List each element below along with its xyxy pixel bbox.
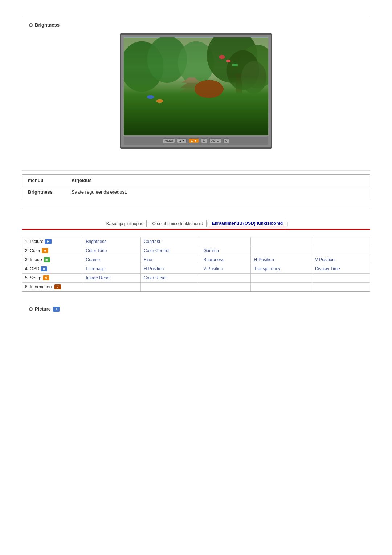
- osd-row-setup: 5. Setup ⚙ Image Reset Color Reset: [22, 274, 370, 283]
- link-color-control[interactable]: Color Control: [144, 248, 170, 253]
- picture-icon: ▶: [45, 239, 52, 244]
- osd-color-col4: [251, 246, 312, 255]
- brightness-label: Brightness: [35, 22, 60, 28]
- link-hposition[interactable]: H-Position: [254, 257, 274, 262]
- link-color-tone[interactable]: Color Tone: [86, 248, 107, 253]
- menu-table-header: menüü Kirjeldus: [22, 175, 370, 186]
- menu-description-table: menüü Kirjeldus Brightness Saate regulee…: [22, 174, 370, 198]
- osd-image-coarse: Coarse: [83, 255, 140, 264]
- info-col3: [200, 283, 251, 292]
- picture-section-label: Picture: [35, 306, 51, 312]
- menu-table: menüü Kirjeldus Brightness Saate regulee…: [22, 175, 370, 198]
- nav-links: Kasutaja juhtnupud | Otsejuhtimise funkt…: [103, 220, 289, 227]
- monitor-screen-overlay: [124, 37, 268, 135]
- link-brightness[interactable]: Brightness: [86, 239, 107, 244]
- nav-separator-1: |: [147, 221, 149, 226]
- link-osd-hposition[interactable]: H-Position: [144, 266, 164, 271]
- link-fine[interactable]: Fine: [144, 257, 152, 262]
- picture-section-icon: ▶: [53, 307, 60, 312]
- picture-circle-icon: [29, 307, 33, 311]
- brightness-btn[interactable]: ▲ ▼: [189, 138, 199, 143]
- osd-row-image: 3. Image ▣ Coarse Fine Sharpness H-Posit…: [22, 255, 370, 264]
- osd-icon: ⊞: [41, 266, 47, 271]
- link-transparency[interactable]: Transparency: [254, 266, 280, 271]
- link-language[interactable]: Language: [86, 266, 105, 271]
- osd-color-tone: Color Tone: [83, 246, 140, 255]
- link-color-reset[interactable]: Color Reset: [144, 275, 167, 280]
- setup-label-text: 5. Setup: [25, 275, 41, 280]
- osd-color-control: Color Control: [140, 246, 200, 255]
- monitor-controls: MENU ▲▼ ▲ ▼ ⊡ AUTO ⊙: [124, 137, 268, 145]
- nav-separator-2: |: [207, 221, 209, 226]
- nav-link-direct-control[interactable]: Otsejuhtimise funktsioonid: [150, 220, 207, 227]
- osd-row-picture-label-cell: 1. Picture ▶: [22, 237, 83, 246]
- osd-row-picture: 1. Picture ▶ Brightness Contrast: [22, 237, 370, 246]
- info-col5: [312, 283, 370, 292]
- brightness-circle-icon: [29, 23, 33, 27]
- monitor-frame: MENU ▲▼ ▲ ▼ ⊡ AUTO ⊙: [120, 33, 272, 149]
- color-label-text: 2. Color: [25, 248, 40, 253]
- osd-image-vposition: V-Position: [312, 255, 370, 264]
- osd-color-col5: [312, 246, 370, 255]
- nav-separator-3: |: [286, 221, 289, 226]
- link-gamma[interactable]: Gamma: [203, 248, 219, 253]
- link-osd-vposition[interactable]: V-Position: [203, 266, 223, 271]
- power-btn[interactable]: ⊙: [223, 138, 229, 143]
- osd-picture-col5: [312, 237, 370, 246]
- menu-item-label: Brightness: [22, 186, 66, 198]
- col-header-menu: menüü: [22, 175, 66, 186]
- image-row-label: 3. Image ▣: [25, 257, 80, 262]
- osd-row-information: 6. Information i: [22, 283, 370, 292]
- nav-link-user-controls[interactable]: Kasutaja juhtnupud: [103, 220, 147, 227]
- info-col4: [251, 283, 312, 292]
- nav-section: Kasutaja juhtnupud | Otsejuhtimise funkt…: [22, 220, 370, 230]
- nav-btn[interactable]: ▲▼: [177, 138, 187, 143]
- osd-table: 1. Picture ▶ Brightness Contrast 2. Colo…: [22, 237, 370, 291]
- link-coarse[interactable]: Coarse: [86, 257, 100, 262]
- osd-setup-imagereset: Image Reset: [83, 274, 140, 283]
- col-header-desc: Kirjeldus: [66, 175, 370, 186]
- osd-image-fine: Fine: [140, 255, 200, 264]
- osd-osd-vposition: V-Position: [200, 264, 251, 274]
- divider-2: [22, 209, 370, 209]
- osd-picture-brightness: Brightness: [83, 237, 140, 246]
- picture-section: Picture ▶: [0, 303, 392, 328]
- osd-setup-col3: [200, 274, 251, 283]
- monitor-screen: [124, 37, 268, 135]
- osd-picture-contrast: Contrast: [140, 237, 200, 246]
- osd-osd-language: Language: [83, 264, 140, 274]
- menu-item-desc: Saate reguleerida eredust.: [66, 186, 370, 198]
- setup-icon: ⚙: [43, 275, 49, 280]
- link-display-time[interactable]: Display Time: [315, 266, 340, 271]
- link-sharpness[interactable]: Sharpness: [203, 257, 224, 262]
- osd-row-setup-label-cell: 5. Setup ⚙: [22, 274, 83, 283]
- auto-btn[interactable]: AUTO: [209, 138, 221, 143]
- color-row-label: 2. Color ◉: [25, 248, 80, 253]
- info-col2: [140, 283, 200, 292]
- information-icon: i: [54, 284, 61, 289]
- enter-btn[interactable]: ⊡: [201, 138, 207, 143]
- link-vposition[interactable]: V-Position: [315, 257, 335, 262]
- osd-row-information-label-cell: 6. Information i: [22, 283, 140, 292]
- brightness-section: Brightness: [0, 15, 392, 167]
- osd-color-gamma: Gamma: [200, 246, 251, 255]
- link-contrast[interactable]: Contrast: [144, 239, 160, 244]
- link-image-reset[interactable]: Image Reset: [86, 275, 111, 280]
- osd-setup-colorreset: Color Reset: [140, 274, 200, 283]
- picture-row-label: 1. Picture ▶: [25, 239, 80, 244]
- picture-section-title: Picture ▶: [29, 306, 363, 312]
- image-label-text: 3. Image: [25, 257, 42, 262]
- information-label-text: 6. Information: [25, 284, 52, 289]
- osd-row-image-label-cell: 3. Image ▣: [22, 255, 83, 264]
- nav-link-osd[interactable]: Ekraanimenüü (OSD) funktsioonid: [209, 220, 286, 227]
- divider-1: [22, 170, 370, 171]
- osd-row-color-label-cell: 2. Color ◉: [22, 246, 83, 255]
- osd-picture-col4: [251, 237, 312, 246]
- menu-btn[interactable]: MENU: [163, 138, 175, 143]
- osd-setup-col4: [251, 274, 312, 283]
- menu-table-row: Brightness Saate reguleerida eredust.: [22, 186, 370, 198]
- osd-osd-hposition: H-Position: [140, 264, 200, 274]
- osd-osd-transparency: Transparency: [251, 264, 312, 274]
- osd-row-color: 2. Color ◉ Color Tone Color Control Gamm…: [22, 246, 370, 255]
- picture-label-text: 1. Picture: [25, 239, 44, 244]
